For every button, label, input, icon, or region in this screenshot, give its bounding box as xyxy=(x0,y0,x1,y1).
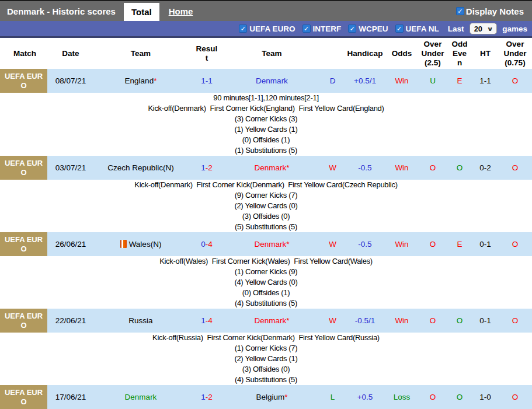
odd-even-cell: O xyxy=(447,385,472,409)
odds-cell: Loss xyxy=(385,385,419,409)
odd-even-value: E xyxy=(457,240,462,249)
match-detail-line: (3) Corner Kicks (3) xyxy=(0,114,532,124)
home-team-cell: Russia xyxy=(92,309,190,333)
handicap-cell: -0.5 xyxy=(345,232,385,256)
team-name: Denmark xyxy=(256,76,288,85)
chevron-down-icon: ∨ xyxy=(486,26,493,32)
display-notes-toggle[interactable]: ✓ Display Notes xyxy=(456,6,524,16)
checkbox-checked-icon[interactable]: ✓ xyxy=(395,25,404,33)
column-header-over-under-0-75: Over Under (0.75) xyxy=(498,38,532,69)
over-under-2-5-cell: O xyxy=(419,309,447,333)
match-detail-row: (1) Corner Kicks (7) xyxy=(0,343,532,354)
column-header-team-home: Team xyxy=(92,38,190,69)
away-team-cell: Denmark* xyxy=(224,309,320,333)
result-score: 1 xyxy=(201,316,206,325)
team-star-marker: * xyxy=(284,393,287,401)
team-name: Belgium xyxy=(256,393,284,401)
result-score: -4 xyxy=(206,316,213,325)
away-team-cell: Denmark xyxy=(224,69,320,93)
outcome-cell: W xyxy=(320,232,345,256)
result-cell: 1-4 xyxy=(190,309,224,333)
match-detail-row: (9) Corner Kicks (7) xyxy=(0,190,532,201)
match-detail-line: (3) Offsides (0) xyxy=(0,211,532,222)
display-notes-label: Display Notes xyxy=(466,6,524,16)
odds-cell: Win xyxy=(385,232,419,256)
result-score: 1 xyxy=(201,163,206,172)
result-score: -2 xyxy=(206,163,213,172)
over-under-0-75-value: O xyxy=(512,240,519,249)
filter-label: WCPEU xyxy=(359,25,388,33)
ht-score-value: 1-0 xyxy=(479,393,491,401)
odd-even-value: O xyxy=(457,393,463,401)
games-label: games xyxy=(502,25,527,33)
match-detail-row: (2) Yellow Cards (1) xyxy=(0,354,532,364)
odds-cell: Win xyxy=(385,156,419,180)
checkbox-checked-icon[interactable]: ✓ xyxy=(348,25,356,33)
games-count-select[interactable]: 20 ∨ xyxy=(470,23,498,34)
over-under-0-75-value: O xyxy=(512,76,519,85)
match-detail-row: (4) Substitutions (5) xyxy=(0,298,532,309)
competition-cell: UEFA EURO xyxy=(0,156,50,180)
match-detail-line: (4) Substitutions (5) xyxy=(0,375,532,385)
match-detail-line: Kick-off(Wales) First Corner Kick(Wales)… xyxy=(0,256,532,267)
ht-score-value: 1-1 xyxy=(479,76,491,85)
match-detail-row: (3) Offsides (0) xyxy=(0,364,532,375)
match-detail-row: (4) Yellow Cards (0) xyxy=(0,277,532,288)
handicap-cell: -0.5/1 xyxy=(345,309,385,333)
checkbox-checked-icon[interactable]: ✓ xyxy=(456,7,464,15)
over-under-0-75-cell: O xyxy=(498,385,532,409)
date-cell: 22/06/21 xyxy=(50,309,92,333)
competition-cell: UEFA EURO xyxy=(0,232,50,256)
odds-value: Win xyxy=(395,163,408,172)
competition-badge: UEFA EURO xyxy=(0,385,47,409)
games-count-value: 20 xyxy=(474,25,482,33)
match-row[interactable]: UEFA EURO22/06/21Russia1-4Denmark*W-0.5/… xyxy=(0,309,532,333)
tab-home[interactable]: Home xyxy=(169,6,193,16)
odds-value: Win xyxy=(395,316,408,325)
odd-even-value: O xyxy=(457,316,463,325)
outcome-cell: W xyxy=(320,156,345,180)
filter-checkbox-interf[interactable]: ✓INTERF xyxy=(302,25,342,33)
checkbox-checked-icon[interactable]: ✓ xyxy=(302,25,311,33)
over-under-2-5-value: O xyxy=(430,316,436,325)
team-name: Denmark xyxy=(254,240,286,249)
top-tab-bar: Denmark - Historic scores Total Home ✓ D… xyxy=(0,0,532,21)
match-detail-line: (2) Yellow Cards (0) xyxy=(0,201,532,211)
match-detail-line: (1) Yellow Cards (1) xyxy=(0,124,532,135)
last-label: Last xyxy=(448,25,464,33)
match-row[interactable]: UEFA EURO03/07/21Czech Republic(N)1-2Den… xyxy=(0,156,532,180)
match-detail-line: (9) Corner Kicks (7) xyxy=(0,190,532,201)
match-detail-row: (0) Offsides (1) xyxy=(0,288,532,298)
competition-badge: UEFA EURO xyxy=(0,69,47,93)
ht-score-value: 0-1 xyxy=(479,316,491,325)
odds-cell: Win xyxy=(385,309,419,333)
result-score: 0 xyxy=(201,240,206,249)
column-header-match: Match xyxy=(0,38,50,69)
odd-even-value: E xyxy=(457,76,462,85)
team-star-marker: * xyxy=(286,316,289,325)
scores-table: MatchDateTeamResul tTeamHandicapOddsOver… xyxy=(0,38,532,409)
over-under-0-75-value: O xyxy=(512,316,519,325)
filter-checkbox-uefa-nl[interactable]: ✓UEFA NL xyxy=(395,25,439,33)
filter-checkbox-wcpeu[interactable]: ✓WCPEU xyxy=(348,25,388,33)
team-name: Russia xyxy=(128,316,152,325)
match-row[interactable]: UEFA EURO17/06/21Denmark1-2Belgium*L+0.5… xyxy=(0,385,532,409)
date-cell: 08/07/21 xyxy=(50,69,92,93)
outcome-value: D xyxy=(330,76,336,85)
over-under-0-75-value: O xyxy=(512,163,519,172)
match-row[interactable]: UEFA EURO08/07/21England*1-1DenmarkD+0.5… xyxy=(0,69,532,93)
odd-even-cell: O xyxy=(447,309,472,333)
column-header-date: Date xyxy=(50,38,92,69)
team-star-marker: * xyxy=(286,240,289,249)
checkbox-checked-icon[interactable]: ✓ xyxy=(239,25,247,33)
match-detail-row: 90 minutes[1-1],120 minutes[2-1] xyxy=(0,93,532,103)
match-detail-line: (5) Substitutions (5) xyxy=(0,222,532,232)
match-row[interactable]: UEFA EURO26/06/21Wales(N)0-4Denmark*W-0.… xyxy=(0,232,532,256)
handicap-cell: -0.5 xyxy=(345,156,385,180)
over-under-2-5-cell: U xyxy=(419,69,447,93)
over-under-2-5-value: O xyxy=(430,163,436,172)
filter-checkbox-uefa-euro[interactable]: ✓UEFA EURO xyxy=(239,25,295,33)
tab-total[interactable]: Total xyxy=(124,3,159,21)
handicap-value: -0.5/1 xyxy=(355,316,375,325)
result-score: 1 xyxy=(201,393,206,401)
